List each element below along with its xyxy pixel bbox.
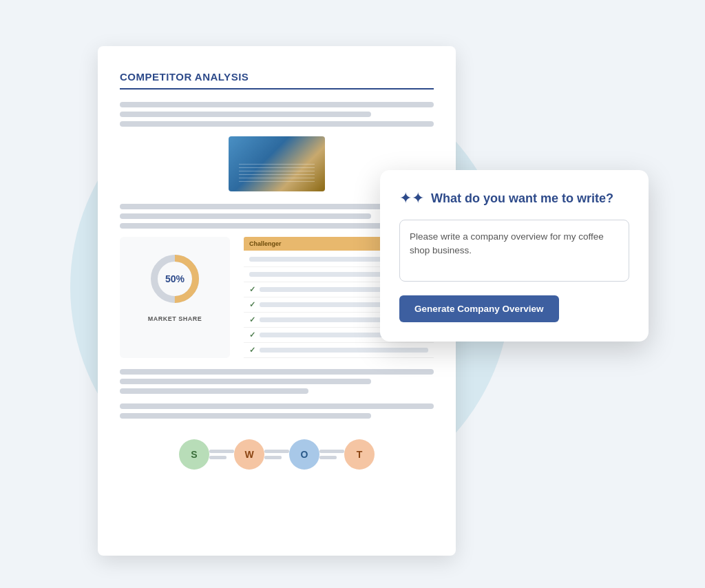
swot-s-label: S [191, 449, 197, 460]
swot-lines-wo [264, 450, 289, 459]
document-title: COMPETITOR ANALYSIS [120, 71, 434, 83]
text-line [120, 102, 434, 107]
market-share-section: 50% MARKET SHARE [120, 237, 230, 358]
swot-t-circle: T [344, 439, 375, 470]
ai-popup: ✦✦ What do you want me to write? Generat… [380, 170, 649, 342]
text-line [120, 121, 434, 127]
donut-label: MARKET SHARE [128, 315, 222, 322]
swot-diagram: S W O [120, 432, 434, 476]
top-text-lines [120, 102, 434, 127]
swot-t-label: T [357, 449, 363, 460]
text-line [120, 388, 308, 394]
swot-s-circle: S [179, 439, 209, 470]
swot-o-label: O [301, 449, 308, 460]
below-middle-text [120, 369, 434, 394]
donut-chart: 50% [144, 248, 206, 310]
document-image [229, 136, 325, 191]
donut-percentage: 50% [165, 273, 185, 284]
ai-prompt-textarea[interactable] [399, 220, 629, 282]
check-icon: ✓ [249, 346, 255, 355]
title-underline [120, 88, 434, 90]
text-line [120, 213, 371, 219]
extra-text-lines [120, 403, 434, 419]
ai-popup-title: What do you want me to write? [431, 191, 613, 206]
swot-lines-ot [319, 450, 344, 459]
ai-popup-header: ✦✦ What do you want me to write? [399, 189, 629, 207]
swot-lines-sw [209, 450, 234, 459]
generate-button[interactable]: Generate Company Overview [399, 295, 559, 322]
text-line [120, 379, 371, 384]
scene: COMPETITOR ANALYSIS [56, 25, 649, 563]
check-icon: ✓ [249, 315, 255, 324]
sparkle-icon: ✦✦ [399, 189, 424, 207]
swot-w-circle: W [234, 439, 264, 470]
text-line [120, 413, 371, 419]
check-icon: ✓ [249, 330, 255, 339]
table-cell [260, 348, 428, 353]
check-icon: ✓ [249, 285, 255, 294]
swot-o-circle: O [289, 439, 319, 470]
text-line [120, 403, 434, 409]
swot-w-label: W [244, 449, 253, 460]
check-icon: ✓ [249, 300, 255, 309]
text-line [120, 112, 371, 117]
table-row: ✓ [244, 343, 434, 358]
text-line [120, 369, 434, 375]
